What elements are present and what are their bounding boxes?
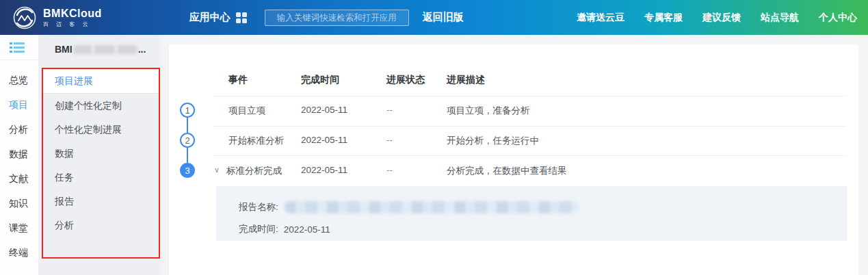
brand-logo[interactable]: BMKCloud 百 迈 客 云 xyxy=(12,5,102,30)
row1-status: -- xyxy=(386,105,393,115)
project-title-prefix: BMI xyxy=(55,44,73,55)
report-time-value: 2022-05-11 xyxy=(284,224,330,235)
row-divider xyxy=(214,96,847,96)
report-detail-panel: 报告名称: 完成时间: 2022-05-11 xyxy=(216,186,847,241)
timeline-step-3: 3 xyxy=(180,163,195,178)
app-center-label: 应用中心 xyxy=(189,11,231,24)
report-time-line: 完成时间: 2022-05-11 xyxy=(239,223,330,235)
redacted-title-block xyxy=(74,45,92,54)
redacted-report-name xyxy=(285,201,579,213)
row3-event: 标准分析完成 xyxy=(226,165,282,177)
progress-card: 1 2 3 事件 完成时间 进展状态 进展描述 项目立项 2022-05-11 … xyxy=(169,44,858,275)
menu-item-report[interactable]: 报告 xyxy=(42,189,159,213)
rail-item-data[interactable]: 数据 xyxy=(0,142,38,166)
app-search-input[interactable] xyxy=(265,10,409,26)
redacted-title-block xyxy=(118,45,137,54)
customer-service-link[interactable]: 专属客服 xyxy=(644,12,683,24)
back-to-old-version-link[interactable]: 返回旧版 xyxy=(423,11,464,24)
app-grid-icon xyxy=(236,12,247,23)
report-name-line: 报告名称: xyxy=(239,201,579,213)
column-header-event: 事件 xyxy=(228,74,248,86)
column-header-desc: 进展描述 xyxy=(447,74,485,86)
project-panel: BMI ... 项目进展 创建个性化定制 个性化定制进展 数据 任务 报告 分析 xyxy=(38,35,159,275)
row1-time: 2022-05-11 xyxy=(301,105,347,115)
list-icon xyxy=(10,42,25,53)
row-divider xyxy=(214,126,847,127)
menu-item-create-customization[interactable]: 创建个性化定制 xyxy=(42,94,159,118)
report-time-label: 完成时间: xyxy=(239,223,278,235)
redacted-title-block xyxy=(94,45,115,54)
rail-item-analysis[interactable]: 分析 xyxy=(0,117,38,142)
timeline-step-2: 2 xyxy=(180,133,195,148)
site-nav-link[interactable]: 站点导航 xyxy=(761,12,799,24)
row3-time: 2022-05-11 xyxy=(301,165,347,175)
feedback-link[interactable]: 建议反馈 xyxy=(702,12,741,24)
personal-center-link[interactable]: 个人中心 xyxy=(819,12,857,24)
row2-event: 开始标准分析 xyxy=(228,135,284,147)
collapse-row-chevron-icon[interactable]: ∨ xyxy=(214,166,220,174)
rail-item-project[interactable]: 项目 xyxy=(0,92,38,117)
top-header: BMKCloud 百 迈 客 云 应用中心 返回旧版 邀请送云豆 专属客服 建议… xyxy=(0,0,868,35)
column-header-status: 进展状态 xyxy=(386,74,425,86)
rail-item-literature[interactable]: 文献 xyxy=(0,166,38,191)
rail-item-knowledge[interactable]: 知识 xyxy=(0,191,38,215)
timeline-step-1: 1 xyxy=(180,103,195,118)
report-name-label: 报告名称: xyxy=(239,201,278,213)
header-links: 邀请送云豆 专属客服 建议反馈 站点导航 个人中心 xyxy=(557,12,857,24)
row2-status: -- xyxy=(386,135,393,145)
project-title-ellipsis: ... xyxy=(138,44,146,55)
brand-logo-icon xyxy=(12,5,37,30)
row1-event: 项目立项 xyxy=(228,105,265,117)
row2-time: 2022-05-11 xyxy=(301,135,347,145)
bmkcloud-app: BMKCloud 百 迈 客 云 应用中心 返回旧版 邀请送云豆 专属客服 建议… xyxy=(0,0,868,275)
rail-nav: 总览 项目 分析 数据 文献 知识 课堂 终端 xyxy=(0,68,38,265)
menu-item-data[interactable]: 数据 xyxy=(42,142,159,166)
rail-item-overview[interactable]: 总览 xyxy=(0,68,38,92)
rail-item-terminal[interactable]: 终端 xyxy=(0,240,38,265)
row2-desc: 开始分析，任务运行中 xyxy=(447,135,539,147)
row1-desc: 项目立项，准备分析 xyxy=(447,105,530,117)
row-divider xyxy=(214,155,847,156)
icon-rail: 总览 项目 分析 数据 文献 知识 课堂 终端 xyxy=(0,35,38,275)
collapse-menu-button[interactable] xyxy=(0,35,38,60)
app-center-link[interactable]: 应用中心 xyxy=(189,11,247,24)
invite-beans-link[interactable]: 邀请送云豆 xyxy=(577,12,624,24)
menu-item-analysis[interactable]: 分析 xyxy=(42,213,159,237)
menu-item-task[interactable]: 任务 xyxy=(42,166,159,189)
project-menu: 项目进展 创建个性化定制 个性化定制进展 数据 任务 报告 分析 xyxy=(42,68,159,237)
menu-item-customization-progress[interactable]: 个性化定制进展 xyxy=(42,118,159,142)
column-header-time: 完成时间 xyxy=(301,74,339,86)
rail-item-classroom[interactable]: 课堂 xyxy=(0,215,38,240)
project-title: BMI ... xyxy=(38,35,159,55)
row3-desc: 分析完成，在数据中查看结果 xyxy=(447,165,567,177)
row3-status: -- xyxy=(386,165,393,175)
brand-name: BMKCloud xyxy=(43,8,102,19)
brand-name-cn: 百 迈 客 云 xyxy=(43,22,102,27)
menu-item-project-progress[interactable]: 项目进展 xyxy=(42,68,159,94)
